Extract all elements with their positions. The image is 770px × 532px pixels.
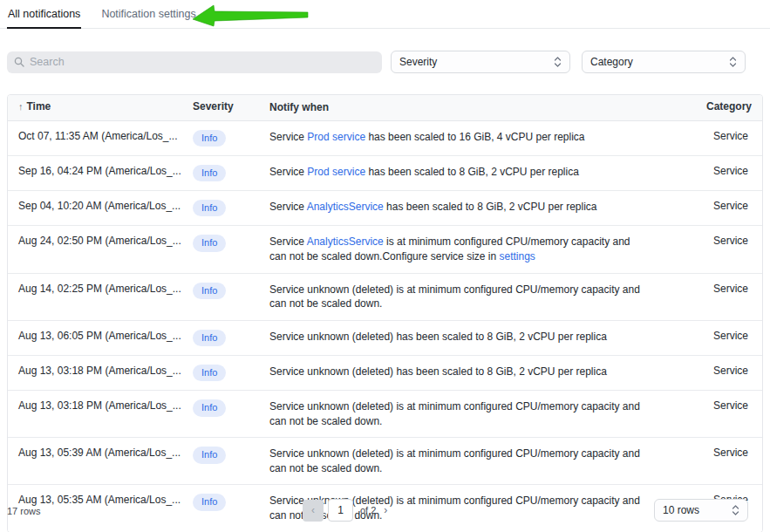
row-category: Service [651, 226, 762, 272]
row-message-text: Service Prod service has been scaled to … [269, 130, 640, 145]
filter-bar: Severity Category [0, 51, 770, 73]
row-category: Service [651, 191, 762, 225]
service-link[interactable]: settings [499, 250, 535, 263]
row-category: Service [651, 356, 762, 390]
row-message-text: Service unknown (deleted) is at minimum … [269, 447, 640, 475]
green-arrow-annotation [191, 3, 310, 28]
previous-page-button[interactable]: ‹ [303, 500, 324, 522]
table-row[interactable]: Aug 13, 03:18 PM (America/Los_... Info S… [8, 356, 762, 391]
total-row-count: 17 rows [7, 506, 41, 516]
category-select[interactable]: Category [582, 51, 746, 73]
notifications-table: ↑Time Severity Notify when Category Oct … [7, 94, 763, 532]
row-message-text: Service unknown (deleted) is at minimum … [269, 399, 640, 428]
table-row[interactable]: Aug 24, 02:50 PM (America/Los_... Info S… [8, 226, 762, 273]
table-footer: 17 rows ‹ of 2 › 10 rows [0, 499, 770, 525]
pagination: ‹ of 2 › [303, 499, 395, 522]
severity-select[interactable]: Severity [391, 51, 570, 73]
chevron-updown-icon [729, 56, 737, 68]
search-box[interactable] [7, 51, 382, 73]
table-row[interactable]: Sep 16, 04:24 PM (America/Los_... Info S… [8, 156, 762, 191]
row-message-text: Service AnalyticsService has been scaled… [269, 200, 640, 215]
next-page-button[interactable]: › [376, 500, 395, 522]
column-header-category[interactable]: Category [651, 95, 762, 120]
table-row[interactable]: Aug 13, 05:39 AM (America/Los_... Info S… [8, 438, 762, 485]
row-message-text: Service unknown (deleted) has been scale… [269, 365, 640, 379]
severity-badge: Info [193, 130, 226, 147]
row-category: Service [651, 274, 762, 320]
page-count-label: of 2 [360, 505, 376, 515]
search-input[interactable] [30, 56, 375, 68]
row-time: Aug 13, 05:39 AM (America/Los_... [8, 438, 182, 484]
row-time: Oct 07, 11:35 AM (America/Los_... [8, 121, 182, 155]
severity-badge: Info [193, 165, 226, 181]
table-row[interactable]: Aug 13, 06:05 PM (America/Los_... Info S… [8, 321, 762, 356]
severity-badge: Info [193, 200, 226, 216]
page-size-select[interactable]: 10 rows [654, 499, 748, 522]
service-link[interactable]: Prod service [307, 166, 365, 178]
row-message-text: Service Prod service has been scaled to … [269, 165, 640, 180]
severity-badge: Info [193, 330, 226, 346]
table-body: Oct 07, 11:35 AM (America/Los_... Info S… [8, 121, 762, 532]
row-category: Service [651, 156, 762, 190]
sort-ascending-icon: ↑ [18, 101, 24, 112]
category-select-value: Category [590, 56, 633, 68]
row-message-text: Service unknown (deleted) has been scale… [269, 330, 640, 344]
service-link[interactable]: Prod service [307, 131, 365, 143]
tab-bar: All notifications Notification settings [0, 0, 770, 29]
service-link[interactable]: AnalyticsService [307, 235, 384, 248]
severity-select-value: Severity [399, 56, 437, 68]
table-row[interactable]: Oct 07, 11:35 AM (America/Los_... Info S… [8, 121, 762, 156]
row-time: Aug 13, 03:18 PM (America/Los_... [8, 356, 182, 390]
row-category: Service [651, 321, 762, 355]
search-icon [14, 57, 24, 67]
page-number-input[interactable] [328, 499, 353, 522]
table-row[interactable]: Aug 13, 03:18 PM (America/Los_... Info S… [8, 391, 762, 438]
row-time: Sep 16, 04:24 PM (America/Los_... [8, 156, 182, 190]
table-row[interactable]: Aug 14, 02:25 PM (America/Los_... Info S… [8, 274, 762, 321]
row-time: Aug 24, 02:50 PM (America/Los_... [8, 226, 182, 272]
severity-badge: Info [193, 447, 226, 463]
row-category: Service [651, 121, 762, 155]
severity-badge: Info [193, 283, 226, 299]
row-message-text: Service AnalyticsService is at minimum c… [269, 235, 640, 263]
service-link[interactable]: AnalyticsService [307, 201, 384, 213]
severity-badge: Info [193, 365, 226, 381]
page-size-value: 10 rows [663, 504, 699, 516]
table-header: ↑Time Severity Notify when Category [8, 95, 762, 121]
row-category: Service [651, 438, 762, 484]
notifications-page: All notifications Notification settings … [0, 0, 770, 532]
chevron-updown-icon [554, 56, 562, 68]
column-header-severity[interactable]: Severity [182, 95, 259, 120]
row-message-text: Service unknown (deleted) is at minimum … [269, 283, 640, 311]
tab-all-notifications[interactable]: All notifications [7, 0, 81, 28]
row-time: Aug 13, 06:05 PM (America/Los_... [8, 321, 182, 355]
row-category: Service [651, 391, 762, 437]
tab-notification-settings[interactable]: Notification settings [100, 0, 196, 28]
column-header-notify-when[interactable]: Notify when [259, 95, 651, 120]
severity-badge: Info [193, 399, 226, 416]
row-time: Aug 13, 03:18 PM (America/Los_... [8, 391, 182, 437]
row-time: Aug 14, 02:25 PM (America/Los_... [8, 274, 182, 320]
severity-badge: Info [193, 235, 226, 251]
column-header-time[interactable]: ↑Time [8, 95, 182, 120]
chevron-updown-icon [732, 504, 739, 516]
table-row[interactable]: Sep 04, 10:20 AM (America/Los_... Info S… [8, 191, 762, 226]
row-time: Sep 04, 10:20 AM (America/Los_... [8, 191, 182, 225]
